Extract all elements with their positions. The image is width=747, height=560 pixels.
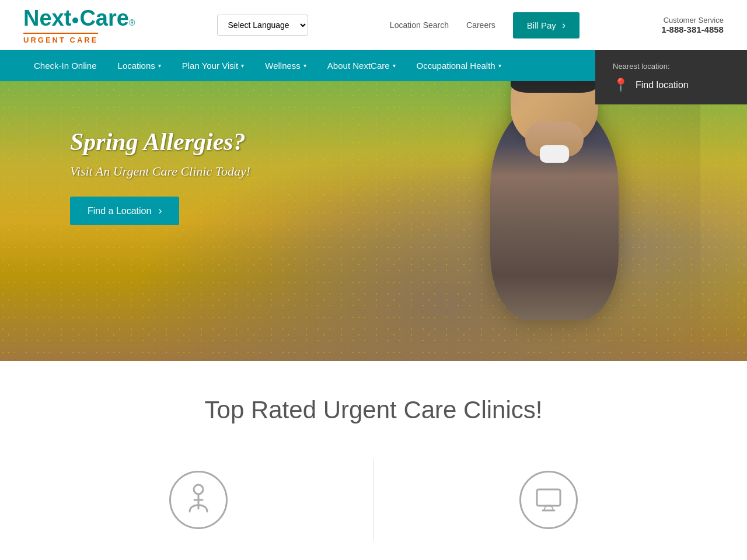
child-body <box>490 99 619 320</box>
find-location-btn-label: Find a Location <box>88 206 151 216</box>
find-location-text: Find location <box>636 80 689 90</box>
medical-icon <box>169 471 228 529</box>
hero-child-figure <box>409 81 700 361</box>
bill-pay-arrow: › <box>562 19 566 32</box>
logo-main-row: Next Care ® <box>23 6 135 31</box>
svg-rect-3 <box>537 489 560 506</box>
nav-about-label: About NextCare <box>327 61 390 71</box>
find-location-button[interactable]: Find a Location › <box>70 197 179 225</box>
language-select[interactable]: Select Language English Spanish French C… <box>217 15 308 36</box>
location-search-link[interactable]: Location Search <box>390 20 449 30</box>
hero-section: Spring Allergies? Visit An Urgent Care C… <box>0 81 747 361</box>
nav-checkin-online[interactable]: Check-In Online <box>23 50 107 81</box>
nav-checkin-label: Check-In Online <box>34 61 97 71</box>
nav-occupational-health[interactable]: Occupational Health ▾ <box>406 50 512 81</box>
hero-subheading: Visit An Urgent Care Clinic Today! <box>70 164 250 179</box>
hero-heading: Spring Allergies? <box>70 128 250 156</box>
nearest-location-label: Nearest location: <box>613 62 729 71</box>
logo-urgent-care: URGENT CARE <box>23 33 98 44</box>
device-icon <box>519 471 578 529</box>
logo-next-text: Next <box>23 6 71 31</box>
find-location-btn-arrow: › <box>158 205 162 217</box>
nav-about-nextcare[interactable]: About NextCare ▾ <box>317 50 406 81</box>
nav-occ-arrow: ▾ <box>498 62 501 69</box>
hero-content: Spring Allergies? Visit An Urgent Care C… <box>70 128 250 225</box>
nav-locations-label: Locations <box>118 61 155 71</box>
child-hair <box>511 81 598 93</box>
bill-pay-button[interactable]: Bill Pay › <box>513 12 580 38</box>
logo-registered: ® <box>129 18 135 27</box>
icons-row <box>23 459 724 541</box>
find-location-link[interactable]: 📍 Find location <box>613 78 729 93</box>
icon-col-device <box>374 459 724 541</box>
child-head <box>511 81 598 145</box>
nav-locations[interactable]: Locations ▾ <box>107 50 172 81</box>
nav-about-arrow: ▾ <box>393 62 396 69</box>
nav-occ-label: Occupational Health <box>417 61 495 71</box>
nav-wellness[interactable]: Wellness ▾ <box>254 50 317 81</box>
logo-care-text: Care <box>79 6 129 31</box>
header-links: Location Search Careers Bill Pay › <box>390 12 580 38</box>
careers-link[interactable]: Careers <box>466 20 495 30</box>
bottom-heading: Top Rated Urgent Care Clinics! <box>23 396 724 424</box>
header: Next Care ® URGENT CARE Select Language … <box>0 0 747 50</box>
nav-plan-label: Plan Your Visit <box>182 61 238 71</box>
nav-wellness-arrow: ▾ <box>303 62 306 69</box>
bill-pay-label: Bill Pay <box>527 20 556 30</box>
bottom-section: Top Rated Urgent Care Clinics! <box>0 361 747 560</box>
nav-wellness-label: Wellness <box>265 61 301 71</box>
location-pin-icon: 📍 <box>613 78 629 93</box>
tissue <box>540 145 569 163</box>
navbar: Check-In Online Locations ▾ Plan Your Vi… <box>0 50 747 81</box>
customer-service-label: Customer Service <box>661 16 724 24</box>
customer-service-phone: 1-888-381-4858 <box>661 24 724 34</box>
customer-service: Customer Service 1-888-381-4858 <box>661 16 724 34</box>
nav-plan-visit[interactable]: Plan Your Visit ▾ <box>172 50 254 81</box>
nav-plan-arrow: ▾ <box>241 62 244 69</box>
icon-col-medical <box>23 459 374 541</box>
svg-point-0 <box>194 485 203 494</box>
nearest-location-popup: Nearest location: 📍 Find location <box>595 50 747 104</box>
logo-dot <box>72 18 78 23</box>
logo: Next Care ® URGENT CARE <box>23 6 135 44</box>
nav-locations-arrow: ▾ <box>158 62 161 69</box>
